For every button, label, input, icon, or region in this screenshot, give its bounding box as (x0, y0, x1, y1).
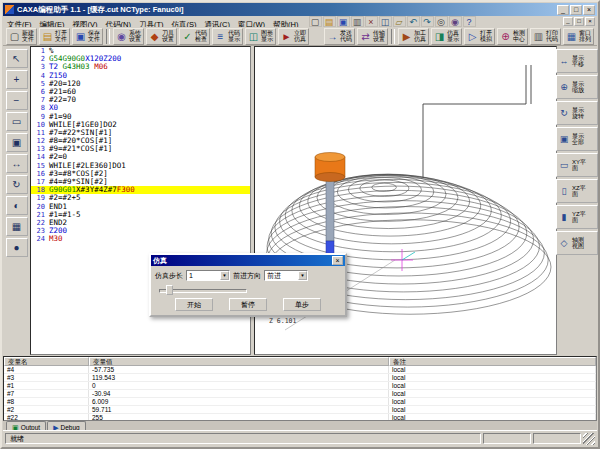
chevron-down-icon[interactable]: ▼ (220, 271, 229, 280)
open-sim-icon: ▷ (466, 30, 479, 43)
code-check-button[interactable]: ✓代码检查 (179, 28, 210, 45)
resize-grip[interactable] (583, 433, 595, 445)
maximize-button[interactable]: □ (570, 5, 582, 15)
line-number: 1 (31, 47, 49, 55)
toolbar-button-label: 发送代码 (340, 30, 353, 43)
variable-remark: local (389, 374, 596, 381)
line-number: 24 (31, 235, 49, 243)
variable-value: 0 (89, 382, 389, 389)
start-button[interactable]: 开始 (175, 298, 213, 311)
variable-row[interactable]: #22255local (4, 414, 596, 421)
column-header-value[interactable]: 变量值 (89, 357, 389, 366)
menu-bar: 文件(F)编辑(E)视图(V)代码(N)刀具(T)仿真(S)通讯(C)窗口(W)… (3, 16, 597, 27)
view-pan-button[interactable]: ↔显示平移 (556, 49, 598, 73)
send-code-button[interactable]: →发送代码 (324, 28, 355, 45)
view-xz-button[interactable]: ▯XZ平面 (556, 179, 598, 203)
wireframe-tool-button[interactable]: ▦ (6, 217, 28, 236)
sim-display-button[interactable]: ◨仿真显示 (431, 28, 462, 45)
paste-icon[interactable]: ▱ (393, 16, 406, 27)
graphics-display-button[interactable]: ◫图形显示 (245, 28, 276, 45)
save-file-button[interactable]: ▣保存文件 (72, 28, 103, 45)
status-message: 就绪 (5, 433, 481, 444)
view-xy-button[interactable]: ▭XY平面 (556, 153, 598, 177)
minimize-button[interactable]: _ (557, 5, 569, 15)
direction-combo[interactable]: 前进 ▼ (264, 270, 308, 281)
open-icon[interactable]: ▤ (323, 16, 336, 27)
variable-table-header: 变量名 变量值 备注 (4, 357, 596, 366)
view-iso-button[interactable]: ◇轴测视图 (556, 231, 598, 255)
system-settings-button[interactable]: ◉系统设置 (113, 28, 144, 45)
view-zoom-button[interactable]: ⊕显示缩放 (556, 75, 598, 99)
variable-name: #2 (4, 406, 89, 413)
zoom-in-tool-button[interactable]: + (6, 70, 28, 89)
open-file-button[interactable]: ▤打开文件 (39, 28, 70, 45)
speed-slider[interactable] (159, 285, 247, 295)
settings-icon[interactable]: ◉ (449, 16, 462, 27)
pause-button[interactable]: 暂停 (229, 298, 267, 311)
view-fit-button[interactable]: ▣显示全部 (556, 127, 598, 151)
tool-settings-button[interactable]: ◆刀具设置 (146, 28, 177, 45)
copy-icon[interactable]: ◫ (379, 16, 392, 27)
shaded-tool-button[interactable]: ● (6, 238, 28, 257)
check-center-button[interactable]: ⊕检测中心 (497, 28, 528, 45)
column-header-remark[interactable]: 备注 (389, 357, 596, 366)
find-icon[interactable]: ◎ (435, 16, 448, 27)
redraw-tool-button[interactable]: ◐ (6, 196, 28, 215)
window-arrange-button[interactable]: ▦窗口排列 (563, 28, 594, 45)
code-display-button[interactable]: ≡代码显示 (212, 28, 243, 45)
variable-row[interactable]: #7-30.94local (4, 390, 596, 398)
slider-thumb[interactable] (166, 285, 173, 295)
dialog-close-button[interactable]: × (332, 256, 343, 265)
redo-icon[interactable]: ↷ (421, 16, 434, 27)
variable-value: 255 (89, 414, 389, 421)
zoom-all-tool-button[interactable]: ▣ (6, 133, 28, 152)
variable-row[interactable]: #10local (4, 382, 596, 390)
select-tool-button[interactable]: ↖ (6, 49, 28, 68)
machining-sim-button[interactable]: ▶加工仿真 (398, 28, 429, 45)
zoom-window-tool-button[interactable]: ▭ (6, 112, 28, 131)
step-length-combo[interactable]: 1 ▼ (186, 270, 230, 281)
view-yz-button[interactable]: ▮YZ平面 (556, 205, 598, 229)
print-code-button[interactable]: ▥打印代码 (530, 28, 561, 45)
undo-icon[interactable]: ↶ (407, 16, 420, 27)
rotate-tool-button[interactable]: ↻ (6, 175, 28, 194)
variable-row[interactable]: #259.711local (4, 406, 596, 414)
cut-icon[interactable]: × (365, 16, 378, 27)
instant-sim-button[interactable]: ►立即仿真 (278, 28, 309, 45)
variable-name: #3 (4, 374, 89, 381)
toolbar-button-label: 打开模拟 (480, 30, 493, 43)
mdi-close-button[interactable]: × (585, 17, 595, 26)
view-rotate-button[interactable]: ↻显示旋转 (556, 101, 598, 125)
sim-display-icon: ◨ (433, 30, 446, 43)
new-file-button[interactable]: ▢新建文件 (6, 28, 37, 45)
new-icon[interactable]: ▢ (309, 16, 322, 27)
save-icon[interactable]: ▣ (337, 16, 350, 27)
view-button-label: 轴测视图 (572, 237, 587, 250)
code-line-7[interactable]: 7#22=70 (31, 96, 250, 104)
code-line-23[interactable]: 23Z200 (31, 227, 250, 235)
pan-tool-button[interactable]: ↔ (6, 154, 28, 173)
mdi-minimize-button[interactable]: _ (563, 17, 573, 26)
dialog-title-bar[interactable]: 仿真 × (151, 255, 345, 266)
chevron-down-icon[interactable]: ▼ (298, 271, 307, 280)
variable-row[interactable]: #4-57.735local (4, 366, 596, 374)
line-number: 10 (31, 121, 49, 129)
print-icon[interactable]: ▥ (351, 16, 364, 27)
toolbar-button-label: 系统设置 (129, 30, 142, 43)
column-header-name[interactable]: 变量名 (4, 357, 89, 366)
open-sim-button[interactable]: ▷打开模拟 (464, 28, 495, 45)
code-line-24[interactable]: 24M30 (31, 235, 250, 243)
status-pane-2 (533, 433, 581, 444)
variable-row[interactable]: #3119.543local (4, 374, 596, 382)
variable-table: 变量名 变量值 备注 #4-57.735local#3119.543local#… (3, 356, 597, 421)
mdi-restore-button[interactable]: □ (574, 17, 584, 26)
zoom-out-tool-button[interactable]: − (6, 91, 28, 110)
transfer-settings-button[interactable]: ⇄传输设置 (357, 28, 388, 45)
close-button[interactable]: × (583, 5, 595, 15)
help-icon[interactable]: ? (463, 16, 476, 27)
step-button[interactable]: 单步 (283, 298, 321, 311)
application-window: CAXA编程助手 1.1 - [缓存.cut NCType: Fanuc0i] … (0, 0, 600, 449)
variable-name: #22 (4, 414, 89, 421)
print-code-icon: ▥ (532, 30, 545, 43)
variable-row[interactable]: #86.009local (4, 398, 596, 406)
